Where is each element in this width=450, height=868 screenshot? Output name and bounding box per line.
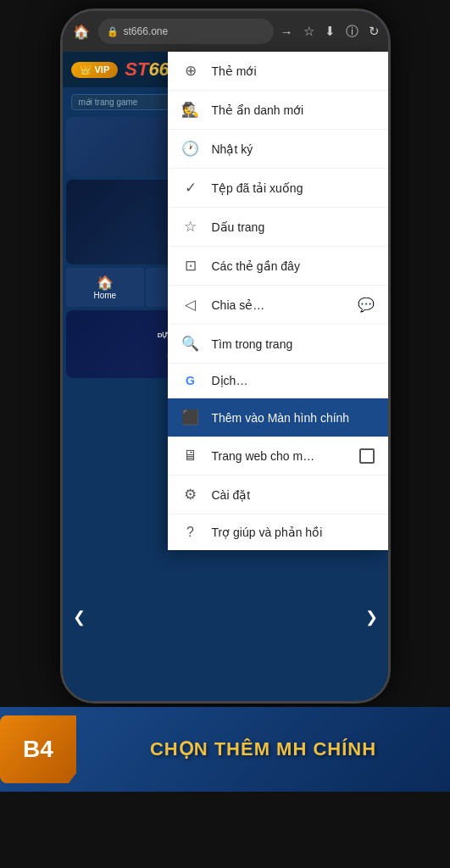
dropdown-translate[interactable]: G Dịch… — [168, 364, 388, 398]
bookmark-button[interactable]: ☆ — [302, 22, 316, 41]
add-homescreen-label: Thêm vào Màn hình chính — [212, 411, 375, 425]
history-icon: 🕐 — [181, 140, 200, 158]
dropdown-find[interactable]: 🔍 Tìm trong trang — [168, 325, 388, 364]
info-button[interactable]: ⓘ — [344, 22, 360, 42]
url-text: st666.one — [124, 25, 169, 37]
vip-badge: 👑 VIP — [71, 62, 119, 78]
dropdown-recent-tabs[interactable]: ⊡ Các thẻ gần đây — [168, 247, 388, 286]
bottom-banner: B4 CHỌN THÊM MH CHÍNH — [0, 707, 450, 792]
dropdown-help[interactable]: ? Trợ giúp và phản hồi — [168, 515, 388, 550]
add-homescreen-icon: ⬛ — [181, 409, 200, 426]
messenger-icon: 💬 — [358, 297, 375, 313]
dropdown-incognito[interactable]: 🕵 Thẻ ẩn danh mới — [168, 91, 388, 130]
dropdown-add-to-homescreen[interactable]: ⬛ Thêm vào Màn hình chính — [168, 398, 388, 437]
downloads-icon: ✓ — [181, 179, 200, 197]
history-label: Nhật ký — [212, 142, 375, 156]
bookmarks-icon: ☆ — [181, 218, 200, 236]
browser-actions: → ☆ ⬇ ⓘ ↻ — [279, 22, 381, 42]
translate-icon: G — [181, 374, 200, 387]
dropdown-downloads[interactable]: ✓ Tệp đã tải xuống — [168, 169, 388, 208]
share-icon: ◁ — [181, 296, 200, 314]
settings-label: Cài đặt — [212, 488, 375, 502]
browser-chrome: 🏠 🔒 st666.one → ☆ ⬇ ⓘ ↻ — [63, 11, 388, 52]
step-label: B4 — [23, 736, 53, 763]
share-label: Chia sẻ… — [212, 298, 346, 312]
dropdown-bookmarks[interactable]: ☆ Dấu trang — [168, 208, 388, 247]
promo-right-arrow[interactable]: ❯ — [365, 608, 378, 626]
new-tab-icon: ⊕ — [181, 62, 200, 80]
checkbox-icon — [359, 448, 375, 464]
dropdown-share[interactable]: ◁ Chia sẻ… 💬 — [168, 286, 388, 325]
incognito-icon: 🕵 — [181, 101, 200, 119]
bookmarks-label: Dấu trang — [212, 220, 375, 234]
dropdown-history[interactable]: 🕐 Nhật ký — [168, 130, 388, 169]
downloads-label: Tệp đã tải xuống — [212, 181, 375, 195]
help-label: Trợ giúp và phản hồi — [212, 526, 375, 539]
find-icon: 🔍 — [181, 335, 200, 353]
dropdown-desktop-site[interactable]: 🖥 Trang web cho m… — [168, 437, 388, 476]
nav-home[interactable]: 🏠 Home — [66, 268, 145, 307]
step-badge: B4 — [0, 715, 76, 783]
find-label: Tìm trong trang — [212, 337, 375, 351]
recent-tabs-label: Các thẻ gần đây — [212, 259, 375, 273]
new-tab-item-label: Thẻ mới — [212, 64, 375, 78]
recent-tabs-icon: ⊡ — [181, 257, 200, 275]
promo-left-arrow[interactable]: ❮ — [73, 608, 86, 626]
lock-icon: 🔒 — [107, 26, 119, 37]
desktop-site-label: Trang web cho m… — [212, 449, 347, 463]
phone-screen: 🏠 🔒 st666.one → ☆ ⬇ ⓘ ↻ 👑 — [63, 11, 388, 701]
phone-frame: 🏠 🔒 st666.one → ☆ ⬇ ⓘ ↻ 👑 — [60, 8, 391, 704]
settings-icon: ⚙ — [181, 486, 200, 504]
address-bar[interactable]: 🔒 st666.one — [98, 19, 274, 44]
dropdown-new-tab[interactable]: ⊕ Thẻ mới — [168, 52, 388, 91]
translate-label: Dịch… — [212, 374, 375, 387]
download-button[interactable]: ⬇ — [323, 22, 337, 41]
help-icon: ? — [181, 525, 200, 540]
dropdown-menu: ⊕ Thẻ mới 🕵 Thẻ ẩn danh mới 🕐 Nhật ký ✓ … — [168, 52, 388, 550]
nav-home-label: Home — [93, 291, 116, 300]
incognito-label: Thẻ ẩn danh mới — [212, 103, 375, 117]
dropdown-settings[interactable]: ⚙ Cài đặt — [168, 476, 388, 515]
forward-button[interactable]: → — [279, 23, 295, 41]
bottom-cta-text: CHỌN THÊM MH CHÍNH — [76, 738, 450, 760]
refresh-button[interactable]: ↻ — [367, 22, 381, 41]
home-button[interactable]: 🏠 — [69, 20, 93, 43]
desktop-site-icon: 🖥 — [181, 448, 200, 465]
